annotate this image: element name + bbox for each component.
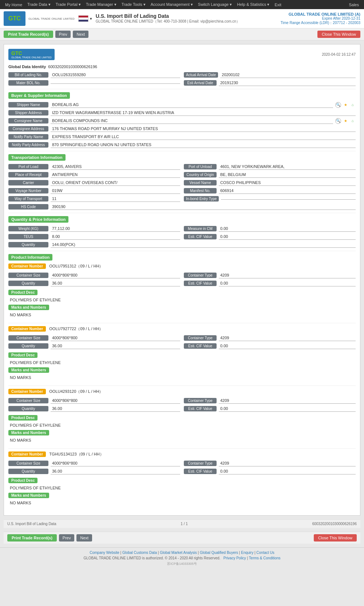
star-icon-consignee[interactable]: ★ (343, 118, 348, 124)
global-data-row: Global Data Identity 6003202001030000626… (8, 64, 356, 69)
manifest-label: Manifest No. (184, 188, 217, 193)
quantity-price-section: Quantity & Price Information Weight (KG)… (8, 216, 356, 248)
container-qty-label-0: Quantity (8, 281, 48, 286)
product-desc-label-3: Product Desc (8, 478, 37, 483)
container-type-label-1: Container Type (184, 335, 217, 341)
close-button-bottom[interactable]: Close This Window (314, 534, 357, 542)
doc-card: GTC GLOBAL TRADE ONLINE LIMITED 2020-04-… (4, 44, 360, 516)
search-icon-shipper[interactable]: 🔍 (335, 102, 341, 108)
nav-sales[interactable]: Sales (347, 2, 361, 8)
marks-value-1: NO MARKS (10, 375, 356, 380)
container-qty-cif-row-3: Quantity 36.00 Esti. CIF Value 0.00 (8, 468, 356, 474)
country-origin-value: BE, BELGIUM (219, 172, 356, 178)
notify-address-row: Notify Party Address 870 SPRINGFIELD ROA… (8, 142, 356, 148)
bol-label: Bill of Lading No. (8, 72, 48, 78)
footer-link-company[interactable]: Company Website (90, 551, 119, 555)
container-size-type-row-2: Container Size 4000*806*800 Container Ty… (8, 398, 356, 404)
flag-area[interactable]: ▾ (78, 15, 92, 22)
port-row: Port of Load 42305, ANVERS Port of Unloa… (8, 164, 356, 170)
container-type-value-1: 4209 (219, 335, 356, 341)
carrier-value: OOLU, ORIENT OVERSEAS CONT/ (51, 180, 180, 186)
notify-address-label: Notify Party Address (8, 142, 48, 148)
port-unload-label: Port of Unload (184, 164, 217, 169)
shipper-address-label: Shipper Address (8, 110, 48, 116)
star-icon-shipper[interactable]: ★ (343, 102, 348, 108)
prev-button-top[interactable]: Prev (55, 31, 71, 38)
bol-row: Bill of Lading No. OOLU2631559280 Actual… (8, 72, 356, 78)
inbond-label: In-bond Entry Type (184, 196, 219, 202)
footer-link-buyers[interactable]: Global Qualified Buyers (200, 551, 238, 555)
product-desc-block-3: Product Desc POLYMERS OF ETHYLENE (8, 476, 356, 490)
nav-exit[interactable]: Exit (272, 2, 283, 8)
container-cif-label-1: Esti. CIF Value (184, 343, 217, 349)
way-transport-label: Way of Transport (8, 196, 48, 202)
footer-link-customs[interactable]: Global Customs Data (122, 551, 157, 555)
container-qty-value-2: 36.00 (51, 406, 180, 412)
container-qty-value-0: 36.00 (51, 280, 180, 286)
nav-trade-data[interactable]: Trade Data ▾ (25, 1, 53, 8)
container-size-type-row-1: Container Size 4000*806*800 Container Ty… (8, 335, 356, 341)
print-button-bottom[interactable]: Print Trade Record(s) (7, 534, 57, 542)
container-num-label-0: Container Number (8, 263, 46, 269)
container-block-3: Container Number TGHUS134123（09 / L / HH… (8, 451, 356, 505)
close-button-top[interactable]: Close This Window (317, 31, 360, 38)
nav-trade-tools[interactable]: Trade Tools ▾ (119, 1, 148, 8)
container-qty-value-3: 36.00 (51, 468, 180, 474)
product-desc-value-1: POLYMERS OF ETHYLENE (10, 360, 356, 365)
container-size-label-1: Container Size (8, 335, 48, 341)
shipper-name-label: Shipper Name (8, 102, 48, 107)
port-unload-value: 4601, NEW YORK/NEWARK AREA, (219, 164, 356, 170)
container-qty-label-3: Quantity (8, 469, 48, 474)
footer-link-contact[interactable]: Contact Us (256, 551, 274, 555)
top-nav: My Home Trade Data ▾ Trade Portal ▾ Trad… (0, 0, 364, 9)
footer-link-enquiry[interactable]: Enquiry (241, 551, 253, 555)
flag-dropdown[interactable]: ▾ (90, 16, 92, 21)
hs-code-row: HS Code 390190 (8, 204, 356, 210)
master-bol-label: Mater BOL No. (8, 80, 48, 86)
marks-block-0: Marks and Numbers NO MARKS (8, 303, 356, 317)
home-icon-consignee[interactable]: ⌂ (350, 118, 356, 124)
nav-account-management[interactable]: Account Management ▾ (149, 1, 195, 8)
shipper-address-value: IZD TOWER WAGRAMMERSTRASSE 17-19 WIEN WI… (51, 110, 356, 116)
header-title: U.S. Import Bill of Lading Data GLOBAL T… (96, 13, 240, 24)
next-button-top[interactable]: Next (73, 31, 88, 38)
container-num-value-2: OOLU4293120（09 / L / HH） (49, 389, 103, 394)
teus-cif-row: TEUS 8.00 Esti. CIF Value 0.00 (8, 234, 356, 240)
container-size-type-row-3: Container Size 4000*806*800 Container Ty… (8, 460, 356, 466)
marks-label-3: Marks and Numbers (8, 493, 49, 498)
nav-trade-manager[interactable]: Trade Manager ▾ (84, 1, 119, 8)
container-num-label-1: Container Number (8, 326, 46, 332)
product-info-section: Product Information Container Number OOL… (8, 254, 356, 505)
container-num-value-0: OOLU7951312（09 / L / HH） (49, 264, 103, 268)
marks-label-0: Marks and Numbers (8, 305, 49, 310)
marks-value-3: NO MARKS (10, 501, 356, 505)
product-desc-value-0: POLYMERS OF ETHYLENE (10, 298, 356, 302)
top-toolbar: Print Trade Record(s) Prev Next Close Th… (0, 28, 364, 40)
home-icon-shipper[interactable]: ⌂ (350, 102, 356, 108)
container-type-value-2: 4209 (219, 398, 356, 404)
product-desc-value-2: POLYMERS OF ETHYLENE (10, 423, 356, 427)
port-load-label: Port of Load (8, 164, 48, 169)
doc-timestamp: 2020-04-02 16:12:47 (322, 52, 356, 56)
expire-date: Expire After 2020-12-31 (281, 16, 360, 20)
footer-page: 1 / 1 (181, 522, 187, 526)
nav-help-statistics[interactable]: Help & Statistics ▾ (235, 1, 272, 8)
footer-link-market[interactable]: Global Market Analysis (160, 551, 197, 555)
nav-switch-language[interactable]: Switch Language ▾ (196, 1, 234, 8)
nav-trade-portal[interactable]: Trade Portal ▾ (54, 1, 83, 8)
consignee-name-row: Consignee Name BOREALIS COMPOUNDS INC 🔍 … (8, 118, 356, 124)
container-num-label-3: Container Number (8, 451, 46, 457)
prev-button-bottom[interactable]: Prev (59, 534, 75, 542)
footer-terms[interactable]: Terms & Conditions (249, 556, 281, 560)
nav-my-home[interactable]: My Home (3, 2, 24, 8)
footer-privacy[interactable]: Privacy Policy (223, 556, 246, 560)
consignee-address-label: Consignee Address (8, 126, 48, 132)
container-qty-cif-row-0: Quantity 36.00 Esti. CIF Value 0.00 (8, 280, 356, 286)
marks-block-2: Marks and Numbers NO MARKS (8, 429, 356, 442)
product-desc-block-1: Product Desc POLYMERS OF ETHYLENE (8, 351, 356, 365)
search-icon-consignee[interactable]: 🔍 (335, 118, 341, 124)
us-flag (78, 15, 88, 22)
next-button-bottom[interactable]: Next (76, 534, 92, 542)
print-button-top[interactable]: Print Trade Record(s) (4, 31, 53, 38)
container-cif-value-1: 0.00 (219, 343, 356, 349)
